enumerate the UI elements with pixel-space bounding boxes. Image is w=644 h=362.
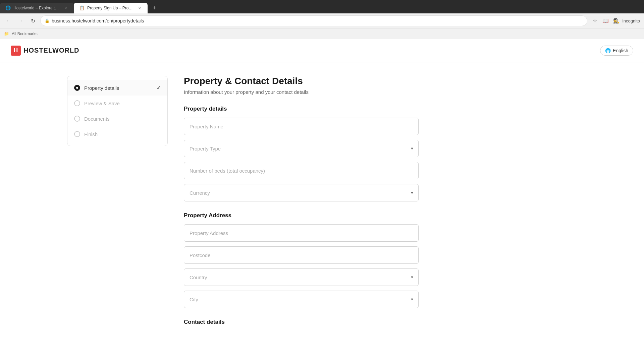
country-select[interactable]: Country <box>184 268 419 286</box>
form-area: Property & Contact Details Information a… <box>184 76 419 327</box>
new-tab-button[interactable]: + <box>149 3 160 13</box>
currency-group: Currency <box>184 184 419 201</box>
tab-2[interactable]: 📋 Property Sign Up – Property an... ✕ <box>74 3 148 13</box>
logo-letter: H <box>13 47 18 54</box>
logo-box: H <box>11 46 21 56</box>
currency-select-wrapper: Currency <box>184 184 419 201</box>
language-button[interactable]: 🌐 English <box>600 46 633 56</box>
property-type-select[interactable]: Property Type <box>184 140 419 157</box>
sidebar-item-finish[interactable]: Finish <box>67 126 167 142</box>
bookmarks-bar: 📁 All Bookmarks <box>0 28 644 39</box>
globe-icon: 🌐 <box>605 48 611 53</box>
sidebar-label-finish: Finish <box>84 131 161 137</box>
incognito-button[interactable]: 🕵 <box>611 16 621 25</box>
check-icon-property-details: ✓ <box>157 85 161 90</box>
section-gap-contact: Contact details <box>184 319 419 325</box>
tab2-title: Property Sign Up – Property an... <box>87 6 134 10</box>
country-group: Country <box>184 268 419 286</box>
site-header: H HOSTELWORLD 🌐 English <box>0 39 644 62</box>
sidebar-item-property-details[interactable]: Property details ✓ <box>67 80 167 96</box>
tab2-close[interactable]: ✕ <box>137 5 142 11</box>
sidebar: Property details ✓ Preview & Save Docume… <box>67 76 168 327</box>
logo-text: HOSTELWORLD <box>23 47 79 54</box>
address-text: business.hostelworld.com/en/propertydeta… <box>52 18 144 23</box>
lock-icon: 🔒 <box>45 18 50 23</box>
reading-list-button[interactable]: 📖 <box>601 16 610 25</box>
section-gap-address: Property Address <box>184 212 419 219</box>
city-select[interactable]: City <box>184 291 419 308</box>
contact-details-section-title: Contact details <box>184 319 419 325</box>
property-details-section-title: Property details <box>184 106 419 112</box>
property-type-group: Property Type <box>184 140 419 157</box>
tab1-favicon: 🌐 <box>5 5 11 11</box>
radio-preview-save <box>74 100 80 106</box>
nav-right: ☆ 📖 🕵 Incognito <box>590 16 640 25</box>
radio-documents <box>74 116 80 122</box>
browser-chrome: 🌐 Hostelworld – Explore the worl... ✕ 📋 … <box>0 0 644 39</box>
sidebar-label-property-details: Property details <box>84 85 153 91</box>
reload-button[interactable]: ↻ <box>28 16 38 25</box>
radio-property-details <box>74 85 80 91</box>
main-content: Property details ✓ Preview & Save Docume… <box>0 62 644 340</box>
logo: H HOSTELWORLD <box>11 46 79 56</box>
sidebar-card: Property details ✓ Preview & Save Docume… <box>67 76 168 146</box>
property-address-input[interactable] <box>184 224 419 242</box>
sidebar-item-preview-save[interactable]: Preview & Save <box>67 96 167 111</box>
postcode-group <box>184 246 419 264</box>
city-group: City <box>184 291 419 308</box>
bookmarks-folder-icon: 📁 <box>4 32 9 36</box>
property-name-input[interactable] <box>184 118 419 135</box>
nav-bar: ← → ↻ 🔒 business.hostelworld.com/en/prop… <box>0 13 644 28</box>
property-type-select-wrapper: Property Type <box>184 140 419 157</box>
forward-button[interactable]: → <box>16 16 25 25</box>
property-address-group <box>184 224 419 242</box>
radio-inner <box>76 87 78 89</box>
sidebar-item-documents[interactable]: Documents <box>67 111 167 126</box>
address-bar[interactable]: 🔒 business.hostelworld.com/en/propertyde… <box>40 15 587 26</box>
incognito-label: Incognito <box>622 18 640 23</box>
back-button[interactable]: ← <box>4 16 13 25</box>
page-subtitle: Information about your property and your… <box>184 89 419 95</box>
postcode-input[interactable] <box>184 246 419 264</box>
tab-1[interactable]: 🌐 Hostelworld – Explore the worl... ✕ <box>0 3 74 13</box>
country-select-wrapper: Country <box>184 268 419 286</box>
num-beds-group <box>184 162 419 179</box>
sidebar-label-documents: Documents <box>84 116 161 122</box>
property-address-section-title: Property Address <box>184 212 419 219</box>
bookmarks-label[interactable]: All Bookmarks <box>12 32 38 36</box>
page-content: H HOSTELWORLD 🌐 English Property details… <box>0 39 644 341</box>
tab1-title: Hostelworld – Explore the worl... <box>13 6 60 10</box>
currency-select[interactable]: Currency <box>184 184 419 201</box>
tab-bar: 🌐 Hostelworld – Explore the worl... ✕ 📋 … <box>0 0 644 13</box>
tab2-favicon: 📋 <box>79 5 85 11</box>
page-title: Property & Contact Details <box>184 76 419 86</box>
radio-finish <box>74 131 80 137</box>
bookmark-star-button[interactable]: ☆ <box>590 16 599 25</box>
city-select-wrapper: City <box>184 291 419 308</box>
property-name-group <box>184 118 419 135</box>
tab1-close[interactable]: ✕ <box>63 5 68 11</box>
language-label: English <box>613 48 628 53</box>
num-beds-input[interactable] <box>184 162 419 179</box>
sidebar-label-preview-save: Preview & Save <box>84 101 161 106</box>
